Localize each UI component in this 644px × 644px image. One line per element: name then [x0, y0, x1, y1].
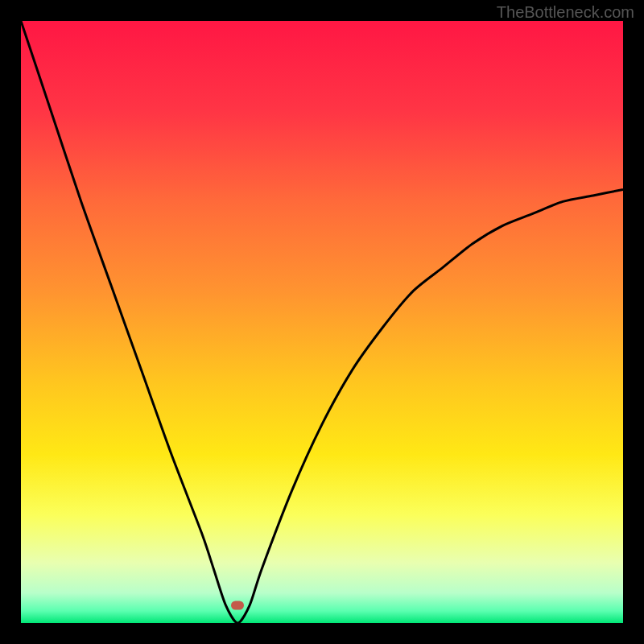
plot-frame: [21, 21, 623, 623]
optimal-point-indicator: [231, 601, 244, 609]
watermark-text: TheBottleneck.com: [497, 3, 634, 22]
bottleneck-curve: [21, 21, 623, 623]
